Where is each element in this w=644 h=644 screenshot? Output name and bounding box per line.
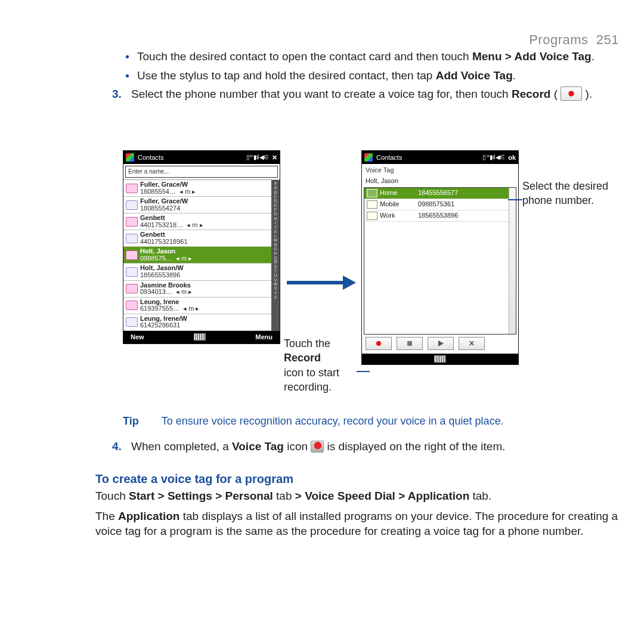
sim-card-icon <box>126 200 138 210</box>
stop-icon <box>407 341 412 346</box>
stop-button[interactable] <box>397 337 423 350</box>
contact-text: Holt, Jason0988575… ◂ m ▸ <box>140 248 192 262</box>
step-3-post: ( <box>550 88 561 100</box>
tip-row: TipTo ensure voice recognition accuracy,… <box>123 414 504 428</box>
phone-contacts: Contacts ▯ ᴴ ▮ıl ◀∈ ✕ Enter a name... Fu… <box>123 150 280 344</box>
ok-button[interactable]: ok <box>508 153 516 162</box>
heading-create-program: To create a voice tag for a program <box>95 471 620 487</box>
az-index[interactable]: # A B C D E F G H I J K L M N O P Q R S … <box>271 180 280 331</box>
titlebar-right: Contacts ▯ ᴴ ▮ıl ◀∈ ok <box>362 151 518 164</box>
voicetag-subtitle: Voice Tag <box>362 164 518 176</box>
start-flag-icon[interactable] <box>364 153 373 162</box>
record-dot-icon <box>376 341 381 346</box>
bullet-1-post: . <box>592 50 595 63</box>
voicetag-contact-name: Holt, Jason <box>362 176 518 187</box>
page-number: 251 <box>596 32 619 47</box>
contact-text: Fuller, Grace/W18085554… ◂ m ▸ <box>140 181 196 195</box>
contact-card-icon <box>126 284 138 293</box>
bullet-2-text: Use the stylus to tap and hold the desir… <box>137 69 436 82</box>
menubar-right <box>362 354 518 364</box>
sim-card-icon <box>126 267 138 277</box>
record-button[interactable] <box>366 337 392 350</box>
arrow-icon <box>287 278 358 286</box>
contacts-list[interactable]: Fuller, Grace/W18085554… ◂ m ▸Fuller, Gr… <box>123 180 271 331</box>
contact-row[interactable]: Holt, Jason/W18565553896 <box>123 264 271 280</box>
phone-type-label: Mobile <box>380 200 416 209</box>
softkey-menu[interactable]: Menu <box>255 333 273 342</box>
contact-row[interactable]: Genbett4401753218… ◂ m ▸ <box>123 213 271 230</box>
phone-type-icon <box>367 200 377 209</box>
para1-mid: tab <box>273 490 295 502</box>
titlebar-left: Contacts ▯ ᴴ ▮ıl ◀∈ ✕ <box>123 151 280 164</box>
page-header: Programs 251 <box>529 31 619 49</box>
contact-row[interactable]: Leung, Irene619397555… ◂ m ▸ <box>123 298 271 314</box>
contact-card-icon <box>126 184 138 193</box>
close-icon[interactable]: ✕ <box>272 153 277 162</box>
contact-row[interactable]: Leung, Irene/W61425286631 <box>123 314 271 331</box>
sim-card-icon <box>126 234 138 243</box>
para1-post: tab. <box>469 490 491 502</box>
tip-label: Tip <box>123 415 139 427</box>
scrollbar[interactable] <box>509 188 516 334</box>
phone-type-label: Work <box>380 211 416 220</box>
record-icon <box>561 86 582 101</box>
tip-text: To ensure voice recognition accuracy, re… <box>162 415 504 427</box>
contact-text: Leung, Irene619397555… ◂ m ▸ <box>140 299 199 312</box>
play-icon <box>438 340 444 346</box>
bullet-1-bold: Menu > Add Voice Tag <box>472 50 592 63</box>
menubar-left: New Menu <box>123 331 280 343</box>
caption-record-2: icon to start recording. <box>284 367 339 393</box>
phone-number: 18455556577 <box>418 188 458 197</box>
sim-card-icon <box>126 317 138 327</box>
bullet-1: Touch the desired contact to open the co… <box>95 49 620 64</box>
para1-bold1: Start > Settings > Personal <box>129 490 273 502</box>
voicetag-number-row[interactable]: Home18455556577 <box>364 188 516 199</box>
contact-row[interactable]: Holt, Jason0988575… ◂ m ▸ <box>123 247 271 264</box>
play-button[interactable] <box>428 337 454 350</box>
step-3-num: 3. <box>112 86 122 102</box>
start-flag-icon[interactable] <box>126 153 134 162</box>
contact-card-icon <box>126 301 138 310</box>
caption-record: Touch the Record icon to start recording… <box>284 336 364 394</box>
step-4-num: 4. <box>112 439 122 454</box>
status-icons-left: ▯ ᴴ ▮ıl ◀∈ <box>246 153 268 162</box>
caption-select-number: Select the desired phone number. <box>522 179 612 208</box>
callout-line-number <box>508 199 522 200</box>
phone-type-icon <box>367 189 377 197</box>
search-input[interactable]: Enter a name... <box>125 166 278 178</box>
keyboard-icon[interactable] <box>194 333 206 340</box>
phone-voicetag: Contacts ▯ ᴴ ▮ıl ◀∈ ok Voice Tag Holt, J… <box>361 150 519 365</box>
contact-text: Holt, Jason/W18565553896 <box>140 265 184 278</box>
softkey-new[interactable]: New <box>131 333 144 342</box>
para2-bold: Application <box>118 510 179 522</box>
contact-text: Genbett4401753218961 <box>140 231 188 245</box>
phone-number: 18565553896 <box>418 211 458 220</box>
voicetag-number-row[interactable]: Work18565553896 <box>364 210 516 222</box>
step-4-post: is displayed on the right of the item. <box>324 440 505 453</box>
keyboard-icon[interactable] <box>434 355 446 363</box>
contact-text: Fuller, Grace/W18085554274 <box>140 198 188 212</box>
bullet-2-bold: Add Voice Tag <box>436 69 513 82</box>
titlebar-right-title: Contacts <box>376 153 402 162</box>
delete-button[interactable]: ✕ <box>459 337 485 350</box>
caption-record-1: Touch the <box>284 338 330 349</box>
voicetag-icon <box>311 441 324 453</box>
contact-row[interactable]: Fuller, Grace/W18085554… ◂ m ▸ <box>123 180 271 197</box>
contact-row[interactable]: Jasmine Brooks0934013… ◂ m ▸ <box>123 281 271 298</box>
contact-row[interactable]: Fuller, Grace/W18085554274 <box>123 197 271 213</box>
para1-pre: Touch <box>95 490 129 502</box>
voicetag-number-row[interactable]: Mobile0988575361 <box>364 199 516 210</box>
bullet-2: Use the stylus to tap and hold the desir… <box>95 68 620 83</box>
search-placeholder: Enter a name... <box>128 168 169 176</box>
step-4-pre: When completed, a <box>131 440 232 453</box>
contact-text: Leung, Irene/W61425286631 <box>140 315 187 329</box>
para2-pre: The <box>95 510 118 522</box>
step-4: 4. When completed, a Voice Tag icon is d… <box>95 435 620 454</box>
step-4-bold: Voice Tag <box>232 440 284 453</box>
callout-line-record <box>357 371 370 372</box>
contact-row[interactable]: Genbett4401753218961 <box>123 230 271 247</box>
voicetag-controls: ✕ <box>362 335 518 354</box>
para-application-tab: The Application tab displays a list of a… <box>95 509 620 539</box>
step-4-mid: icon <box>284 440 311 453</box>
bullet-2-post: . <box>513 69 516 82</box>
